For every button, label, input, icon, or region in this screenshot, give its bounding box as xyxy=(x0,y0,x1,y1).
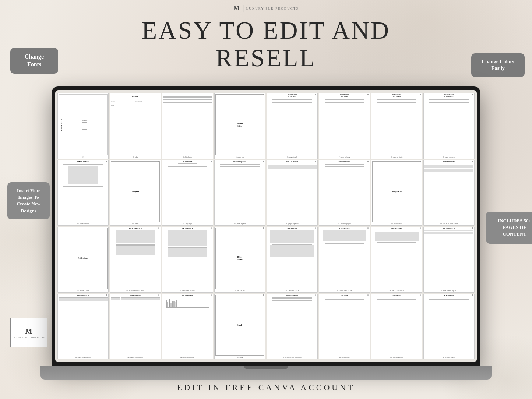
page-card-bible-study: BibleStudy 25 - BIBLE STUDY xyxy=(214,227,265,293)
page-card-fav-scriptures: FAVORITE SCRIPTURES SCRIPTURENOTES 19 - … xyxy=(423,160,475,226)
page-row-3: Reflections 22 - REFLECTIONS MONTHLY REF… xyxy=(57,227,475,293)
change-fonts-label: ChangeFonts xyxy=(25,53,44,67)
page-card-scripture-study: SCRIPTURE STUDY 27 - SCRIPTURE STUDY xyxy=(319,227,370,293)
page-card-bible-log-2: BIBLE READING LOG xyxy=(57,294,109,360)
page-card-monthly-reflection: MONTHLY REFLECTION 23 - MONTHLY REFLECTI… xyxy=(110,227,161,293)
bookmark-dot-29 xyxy=(472,227,473,229)
page-row-2: PRAYER JOURNAL 12 - prayer journal 2 Pra… xyxy=(57,160,475,226)
includes-pages-badge: INCLUDES 50+PAGES OFCONTENT xyxy=(486,212,532,244)
page-label-37: 37 - FORGIVENESS xyxy=(424,356,474,359)
page-label-32: 32 - BIBLE BOOKSHELF xyxy=(162,356,213,359)
bookmark-dot-19 xyxy=(472,161,473,162)
bottom-logo-m: M xyxy=(25,327,32,336)
bookmark-dot-8 xyxy=(420,94,421,95)
bookmark-dot-13 xyxy=(158,161,159,162)
page-label-5: 5 - prayer lists xyxy=(215,156,265,159)
page-card-prayer-self: PRAYERS FORMY MYSELF 6 - prayer for self xyxy=(267,93,318,159)
bookmark-dot-36 xyxy=(420,294,421,296)
bookmark-dot-33 xyxy=(263,294,264,296)
bookmark-dot-9 xyxy=(472,94,473,95)
change-fonts-badge: ChangeFonts xyxy=(10,48,58,74)
page-label-35: 35 - GOD'S LOVE xyxy=(319,356,370,359)
page-label-25: 25 - BIBLE STUDY xyxy=(215,290,265,292)
bookmark-dot-34 xyxy=(315,294,316,296)
page-card-answered-prayers: ANSWERED PRAYERS 17 - answered prayers xyxy=(319,160,370,226)
page-label-36: 36 - DO NOT WORRY xyxy=(371,356,422,359)
bookmark-dot-28 xyxy=(420,227,421,229)
laptop-outer: PRAYER Journal 2 HOME xyxy=(52,86,480,366)
page-label-24: 24 - DAILY REFLECTIONS xyxy=(162,290,213,292)
page-card-people-pray: PEOPLE TO PRAY FOR SCRIPTURENOTES 16 - p… xyxy=(267,160,318,226)
page-card-chapter-study: CHAPTER STUDY 26 - CHAPTER STUDY xyxy=(267,227,318,293)
page-label-2: 2 xyxy=(58,156,108,159)
brand-m: M xyxy=(233,4,240,12)
bookmark-dot-6 xyxy=(315,94,316,95)
page-label-3: 3 - Index xyxy=(110,156,161,159)
bookmark-dot-24 xyxy=(211,227,212,229)
bookmark-dot-7 xyxy=(367,94,369,95)
bottom-cta: EDIT IN FREE CANVA ACCOUNT xyxy=(177,383,355,392)
laptop-screen: PRAYER Journal 2 HOME xyxy=(55,90,477,362)
change-colors-label: Change ColorsEasily xyxy=(482,59,514,71)
page-label-29: 29 - Bible Reading Log Old 1 xyxy=(424,290,474,292)
page-label-19: 19 - FAVORITE SCRIPTURES xyxy=(424,223,474,225)
page-card-forgiveness: FORGIVENESS 37 - FORGIVENESS xyxy=(423,294,475,360)
page-label-17: 17 - answered prayers xyxy=(319,223,370,225)
page-card-bible-reading-log: BIBLE READING LOG xyxy=(423,227,475,293)
page-label-8: 8 - prayer for friends xyxy=(371,156,422,159)
brand-divider xyxy=(243,5,243,12)
bookmark-dot-17 xyxy=(367,161,369,162)
page-label-33: 33 - Study xyxy=(215,356,265,359)
prayer-lists-title: PrayerLists xyxy=(237,122,243,127)
page-label-28: 28 - DAILY DEVOTIONAL xyxy=(371,290,422,292)
page-card-prayer-community: PRAYERS FORMY COMMUNITY 9 - prayer commu… xyxy=(423,93,475,159)
page-card-bookshelf: BIBLE BOOKSHELF xyxy=(162,294,213,360)
page-label-18: 18 - SCRIPTURES xyxy=(371,223,422,225)
page-card-study: Study 33 - Study xyxy=(214,294,265,360)
page-label-15: 15 - prayer requests xyxy=(215,223,265,225)
page-label-7: 7 - prayer for family xyxy=(319,156,370,159)
cover-text: PRAYER xyxy=(60,118,63,131)
page-label-27: 27 - SCRIPTURE STUDY xyxy=(319,290,370,292)
bookmark-dot-14 xyxy=(211,161,212,162)
heading-line1: EASY TO EDIT AND xyxy=(101,17,432,44)
page-card-fruit-spirit: THE FRUIT OF THE SPIRIT 34 - THE FRUIT O… xyxy=(267,294,318,360)
page-label-14: 14 - daily prayer xyxy=(162,223,213,225)
page-card-prayers: Prayers 13 - Prayer xyxy=(110,160,161,226)
bookmark-dot-15 xyxy=(263,161,264,162)
bookmark-dot-35 xyxy=(367,294,369,296)
page-card-prayer-friends: PRAYERS FORMY FRIENDS 8 - prayer for fri… xyxy=(371,93,422,159)
page-card-cover: PRAYER Journal 2 xyxy=(57,93,109,159)
page-card-reflections: Reflections 22 - REFLECTIONS xyxy=(57,227,109,293)
bookmark-dot-25 xyxy=(263,227,264,229)
page-label-13: 13 - Prayer xyxy=(110,223,161,225)
bookmark-dot-16 xyxy=(315,161,316,162)
page-label-23: 23 - MONTHLY REFLECTIONS xyxy=(110,290,161,292)
bible-study-title: BibleStudy xyxy=(237,256,243,261)
page-row-4: BIBLE READING LOG xyxy=(57,294,475,360)
bookmark-dot-27 xyxy=(367,227,369,229)
page-label-31: 31 - BIBLE READING LOG xyxy=(110,356,161,359)
page-card-prayer-requests: PRAYER REQUESTS 15 - prayer requests xyxy=(214,160,265,226)
page-card-prayer-family: PRAYERS FORMY FAMILY 7 - prayer for fami… xyxy=(319,93,370,159)
main-heading: EASY TO EDIT AND RESELL xyxy=(101,17,432,72)
bookmark-dot-32 xyxy=(211,294,212,296)
insert-images-badge: Insert YourImages ToCreate NewDesigns xyxy=(7,182,50,219)
study-title: Study xyxy=(237,324,243,326)
brand-tagline: LUXURY PLR PRODUCTS xyxy=(246,7,299,10)
heading-line2: RESELL xyxy=(101,44,432,72)
bookmark-dot-12 xyxy=(106,161,107,162)
page-card-daily-reflection: DAILY REFLECTION 24 - DAILY REFLECTIONS xyxy=(162,227,213,293)
bottom-logo: M LUXURY PLR PRODUCTS xyxy=(10,318,47,347)
page-label-26: 26 - CHAPTER STUDY xyxy=(267,290,317,292)
page-card-do-not-worry: DO NOT WORRY 36 - DO NOT WORRY xyxy=(371,294,422,360)
prayers-title: Prayers xyxy=(132,190,139,193)
page-card-daily-prayer: DAILY PRAYER 14 - daily prayer xyxy=(162,160,213,226)
page-card-daily-devotional: DAILY DEVOTIONAL 28 - DAILY DEVOTIONAL xyxy=(371,227,422,293)
page-card-gods-love: GOD'S LOVE 35 - GOD'S LOVE xyxy=(319,294,370,360)
page-label-12: 12 - prayer journal 2 xyxy=(58,223,108,225)
page-card-prayer-lists: PrayerLists 5 - prayer lists xyxy=(214,93,265,159)
scriptures-title: Scriptures xyxy=(392,190,402,193)
page-label-22: 22 - REFLECTIONS xyxy=(58,290,108,292)
bookmark-dot-37 xyxy=(472,294,473,296)
